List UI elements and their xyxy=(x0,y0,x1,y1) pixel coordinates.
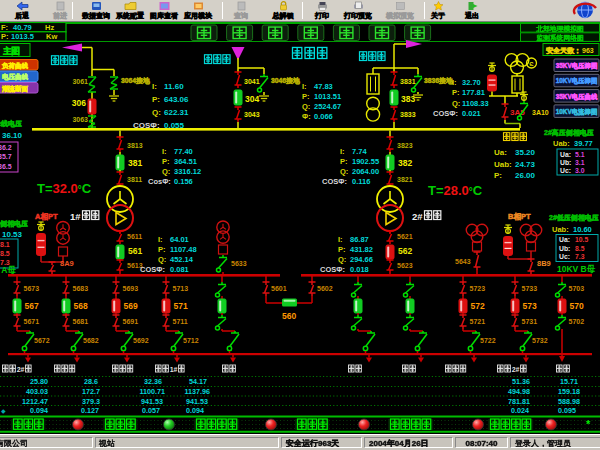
svg-text:Q:: Q: xyxy=(158,255,166,264)
svg-text:77.40: 77.40 xyxy=(174,147,193,156)
svg-text:5732: 5732 xyxy=(532,337,548,344)
svg-text:64.01: 64.01 xyxy=(170,235,189,244)
svg-text:5673: 5673 xyxy=(24,285,40,292)
svg-text:306: 306 xyxy=(72,98,86,108)
svg-text:294.66: 294.66 xyxy=(350,255,373,264)
svg-text:监测系统网络图: 监测系统网络图 xyxy=(536,34,584,42)
svg-text:5643: 5643 xyxy=(455,258,471,265)
svg-text:1#: 1# xyxy=(70,211,81,222)
svg-text:Uc:: Uc: xyxy=(559,253,570,260)
svg-text:5691: 5691 xyxy=(123,318,139,325)
svg-text:P:: P: xyxy=(340,157,348,166)
svg-text:3811: 3811 xyxy=(127,176,142,183)
svg-text:643.06: 643.06 xyxy=(164,95,189,104)
svg-text:5692: 5692 xyxy=(133,337,149,344)
svg-text:494.98: 494.98 xyxy=(508,387,530,396)
svg-text:941.53: 941.53 xyxy=(186,397,208,406)
svg-text:1137.96: 1137.96 xyxy=(184,387,210,396)
svg-text:3836接地: 3836接地 xyxy=(424,77,453,85)
svg-text:2#: 2# xyxy=(512,366,520,373)
svg-text:1013.5: 1013.5 xyxy=(11,32,34,41)
svg-text:5702: 5702 xyxy=(569,318,585,325)
svg-text:COSΦ:: COSΦ: xyxy=(140,265,165,274)
svg-text:1100.71: 1100.71 xyxy=(139,387,165,396)
svg-text:5703: 5703 xyxy=(569,285,585,292)
svg-text:Hz: Hz xyxy=(45,23,54,32)
svg-text:25.80: 25.80 xyxy=(30,377,48,386)
svg-text:0.095: 0.095 xyxy=(558,406,576,415)
svg-text:Ua:: Ua: xyxy=(559,236,570,243)
svg-text:5731: 5731 xyxy=(522,318,538,325)
svg-text:5712: 5712 xyxy=(183,337,199,344)
svg-text:低压侧相电压: 低压侧相电压 xyxy=(0,220,28,228)
svg-text:1#: 1# xyxy=(170,366,178,373)
svg-text:COSΦ:: COSΦ: xyxy=(322,177,347,186)
svg-text:母线电压: 母线电压 xyxy=(0,120,22,128)
svg-text:3064接地: 3064接地 xyxy=(121,77,150,85)
svg-text:I:: I: xyxy=(302,82,307,91)
svg-text:5713: 5713 xyxy=(173,285,189,292)
svg-text:86.87: 86.87 xyxy=(350,235,369,244)
svg-text:560: 560 xyxy=(282,311,296,321)
svg-text:1107.48: 1107.48 xyxy=(170,245,197,254)
svg-text:COSΦ:: COSΦ: xyxy=(320,265,345,274)
svg-text:3063: 3063 xyxy=(72,116,88,123)
svg-text:159.18: 159.18 xyxy=(558,387,580,396)
svg-text:39.77: 39.77 xyxy=(574,139,593,148)
svg-text:36.5: 36.5 xyxy=(0,163,12,170)
svg-text:47.83: 47.83 xyxy=(314,82,333,91)
svg-text:Kw: Kw xyxy=(46,32,57,41)
svg-text:781.81: 781.81 xyxy=(508,397,530,406)
svg-text:F:: F: xyxy=(1,23,8,32)
svg-text:P:: P: xyxy=(452,88,460,97)
svg-text:28.6: 28.6 xyxy=(84,377,98,386)
svg-text:10KV电压棒图: 10KV电压棒图 xyxy=(556,77,598,85)
svg-text:3.0: 3.0 xyxy=(575,167,585,174)
svg-text:3061: 3061 xyxy=(72,78,88,85)
svg-text:2524.67: 2524.67 xyxy=(314,102,341,111)
svg-text:3316.12: 3316.12 xyxy=(174,167,201,176)
svg-text:5693: 5693 xyxy=(123,285,139,292)
svg-text:379.3: 379.3 xyxy=(82,397,100,406)
svg-text:主图: 主图 xyxy=(3,46,20,56)
svg-text:P:: P: xyxy=(1,32,9,41)
svg-text:35KV电压棒图: 35KV电压棒图 xyxy=(556,62,598,70)
svg-text:573: 573 xyxy=(523,301,537,311)
svg-text:Uab:: Uab: xyxy=(552,225,569,234)
svg-text:2064.00: 2064.00 xyxy=(352,167,379,176)
svg-text:8A9: 8A9 xyxy=(60,259,74,268)
svg-text:403.03: 403.03 xyxy=(26,387,48,396)
svg-text:0.156: 0.156 xyxy=(174,177,193,186)
svg-text:T=32.0°C: T=32.0°C xyxy=(37,181,92,196)
svg-text:304: 304 xyxy=(245,94,259,104)
svg-text:26.00: 26.00 xyxy=(515,171,536,180)
svg-text:54.17: 54.17 xyxy=(189,377,207,386)
svg-text:I:: I: xyxy=(338,235,343,244)
svg-text:431.82: 431.82 xyxy=(350,245,373,254)
svg-text:P:: P: xyxy=(302,92,310,101)
svg-text:5.1: 5.1 xyxy=(575,151,585,158)
svg-text:32.70: 32.70 xyxy=(462,78,481,87)
svg-text:382: 382 xyxy=(398,158,412,168)
svg-text:3043: 3043 xyxy=(244,111,260,118)
svg-text:5621: 5621 xyxy=(397,233,413,240)
svg-text:2#: 2# xyxy=(412,211,423,222)
svg-text:Ub:: Ub: xyxy=(559,245,570,252)
svg-text:8B9: 8B9 xyxy=(537,259,551,268)
svg-text:5602: 5602 xyxy=(317,285,333,292)
svg-text:0.057: 0.057 xyxy=(142,406,160,415)
svg-text:2#高压侧相电压: 2#高压侧相电压 xyxy=(544,128,594,137)
svg-text:COSΦ:: COSΦ: xyxy=(433,109,458,118)
svg-text:5722: 5722 xyxy=(480,337,496,344)
svg-text:I:: I: xyxy=(452,78,457,87)
svg-text:5633: 5633 xyxy=(231,260,247,267)
svg-text:3833: 3833 xyxy=(400,111,416,118)
svg-text:*: * xyxy=(586,418,591,430)
svg-text:562: 562 xyxy=(398,246,412,256)
svg-text:571: 571 xyxy=(174,301,188,311)
svg-text:0.021: 0.021 xyxy=(462,109,481,118)
svg-text:T=28.0°C: T=28.0°C xyxy=(428,183,483,198)
svg-text:963: 963 xyxy=(582,47,594,54)
svg-text:0.127: 0.127 xyxy=(81,406,99,415)
svg-text:I:: I: xyxy=(152,82,157,91)
